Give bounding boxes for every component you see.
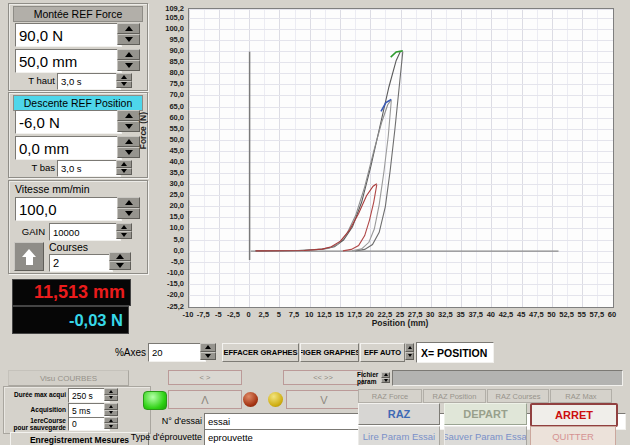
montee-force-input[interactable]: 90,0 N	[15, 23, 122, 47]
fichier-param-spinner[interactable]	[381, 372, 390, 383]
t-haut-input[interactable]: 3,0 s	[57, 73, 121, 90]
quitter-button[interactable]: QUITTER	[530, 426, 616, 445]
spin-up-icon[interactable]	[117, 136, 140, 147]
x-mode-spinner[interactable]	[405, 343, 414, 360]
spin-down-icon[interactable]	[117, 60, 140, 71]
y-tick-label: 109,2	[154, 4, 184, 13]
t-bas-label: T bas	[11, 162, 55, 173]
spin-up-icon[interactable]	[117, 49, 140, 60]
descente-force-input[interactable]: -6,0 N	[15, 110, 122, 134]
up-arrow-icon	[22, 249, 36, 257]
t-bas-input[interactable]: 3,0 s	[57, 160, 121, 177]
course-direction-button[interactable]	[14, 242, 44, 271]
descente-position-spinner[interactable]	[117, 136, 140, 158]
y-tick-label: 90,0	[154, 46, 184, 55]
spin-up-icon[interactable]	[405, 343, 414, 352]
spin-down-icon[interactable]	[117, 34, 140, 45]
descente-position-input[interactable]: 0,0 mm	[15, 136, 122, 160]
raz-courses-button[interactable]: RAZ Courses	[487, 389, 549, 403]
fichier-param-label: Fichier param	[357, 371, 383, 385]
spin-up-icon[interactable]	[117, 197, 140, 208]
raz-button[interactable]: RAZ	[358, 403, 440, 425]
nav-step-button[interactable]: < >	[168, 370, 242, 385]
acquisition-spinner[interactable]	[104, 403, 118, 416]
spin-up-icon[interactable]	[116, 160, 132, 168]
series-course3-charge	[256, 184, 377, 251]
spin-down-icon[interactable]	[200, 352, 216, 361]
arret-button[interactable]: ARRET	[530, 403, 618, 427]
plot-area[interactable]	[188, 8, 614, 308]
fichier-param-input[interactable]	[392, 370, 623, 386]
y-tick-label: 25,0	[154, 190, 184, 199]
gain-input[interactable]: 10000	[49, 223, 121, 241]
spin-down-icon[interactable]	[116, 81, 132, 89]
raz-max-button[interactable]: RAZ Max	[550, 389, 612, 403]
spin-down-icon[interactable]	[117, 121, 140, 132]
vitesse-input[interactable]: 100,0	[15, 197, 122, 221]
eff-auto-button[interactable]: EFF AUTO	[360, 343, 405, 362]
panel-descente-title: Descente REF Position	[13, 95, 143, 111]
panel-vitesse: Vitesse mm/min 100,0 GAIN 10000 Courses …	[8, 180, 148, 274]
spin-down-icon[interactable]	[117, 147, 140, 158]
enregistrement-mesures-button[interactable]: Enregistrement Mesures	[10, 432, 149, 445]
panel-montee-title: Montée REF Force	[13, 6, 143, 22]
spin-up-icon[interactable]	[116, 73, 132, 81]
y-tick-label: 5,0	[154, 235, 184, 244]
vitesse-spinner[interactable]	[117, 197, 140, 219]
montee-position-spinner[interactable]	[117, 49, 140, 71]
axes-percent-spinner[interactable]	[200, 343, 216, 360]
spin-down-icon[interactable]	[109, 261, 131, 270]
fichier-label-line2: param	[357, 378, 377, 385]
duree-max-spinner[interactable]	[104, 388, 118, 401]
t-haut-spinner[interactable]	[116, 73, 132, 88]
montee-position-input[interactable]: 50,0 mm	[15, 49, 122, 73]
status-led-green	[143, 391, 167, 410]
type-eprouvette-input[interactable]: eprouvette	[204, 429, 360, 445]
gain-spinner[interactable]	[116, 223, 132, 239]
t-bas-spinner[interactable]	[116, 160, 132, 175]
jog-up-button[interactable]: Λ	[168, 390, 242, 409]
spin-up-icon[interactable]	[116, 223, 132, 231]
y-tick-label: 100,0	[154, 24, 184, 33]
jog-down-button[interactable]: V	[286, 390, 362, 409]
effacer-graphes-button[interactable]: EFFACER GRAPHES	[222, 343, 299, 362]
figer-graphes-button[interactable]: FIGER GRAPHES	[300, 343, 359, 362]
axes-percent-input[interactable]: 20	[148, 343, 206, 362]
sauver-param-essai-button[interactable]: Sauver Param Essai	[444, 426, 527, 445]
position-readout: 11,513 mm	[12, 279, 131, 306]
spin-down-icon[interactable]	[405, 352, 414, 361]
spin-up-icon[interactable]	[117, 110, 140, 121]
spin-down-icon[interactable]	[116, 168, 132, 176]
spin-down-icon[interactable]	[104, 410, 118, 417]
courses-input[interactable]: 2	[49, 254, 113, 272]
numero-essai-label: N° d'essai	[148, 416, 202, 426]
y-tick-label: 30,0	[154, 179, 184, 188]
spin-down-icon[interactable]	[104, 423, 118, 429]
nav-fast-button[interactable]: << >>	[283, 370, 363, 385]
montee-force-spinner[interactable]	[117, 23, 140, 45]
descente-force-spinner[interactable]	[117, 110, 140, 132]
status-led-yellow	[268, 392, 283, 407]
premiere-course-spinner[interactable]	[104, 417, 118, 429]
visu-courbes-button[interactable]: Visu COURBES	[8, 370, 129, 386]
y-tick-label: 10,0	[154, 223, 184, 232]
raz-position-button[interactable]: RAZ Position	[423, 389, 486, 403]
spin-down-icon[interactable]	[117, 208, 140, 219]
y-tick-label: 55,0	[154, 124, 184, 133]
courses-spinner[interactable]	[109, 252, 131, 270]
spin-up-icon[interactable]	[117, 23, 140, 34]
spin-down-icon[interactable]	[381, 378, 390, 384]
y-tick-label: -5,0	[154, 257, 184, 266]
spin-up-icon[interactable]	[200, 343, 216, 352]
spin-down-icon[interactable]	[104, 395, 118, 402]
gain-label: GAIN	[11, 226, 45, 237]
raz-force-button[interactable]: RAZ Force	[358, 389, 422, 403]
panel-descente-ref-position: Descente REF Position -6,0 N 0,0 mm T ba…	[8, 92, 148, 178]
lire-param-essai-button[interactable]: Lire Param Essai	[358, 426, 440, 445]
vitesse-label: Vitesse mm/min	[15, 183, 90, 195]
panel-montee-ref-force: Montée REF Force 90,0 N 50,0 mm T haut 3…	[8, 3, 148, 91]
type-eprouvette-label: Type d'éprouvette	[130, 432, 202, 442]
depart-button[interactable]: DEPART	[444, 403, 527, 425]
spin-down-icon[interactable]	[116, 231, 132, 239]
spin-up-icon[interactable]	[109, 252, 131, 261]
